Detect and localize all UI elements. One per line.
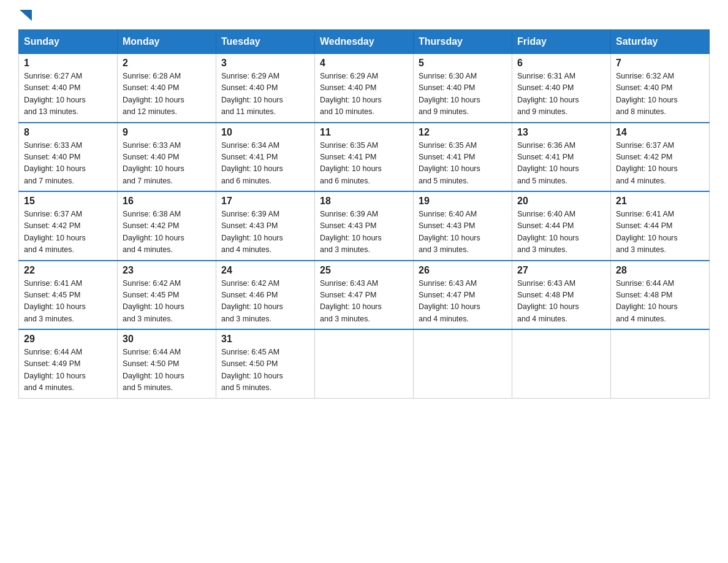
calendar-cell: 2 Sunrise: 6:28 AMSunset: 4:40 PMDayligh…	[118, 54, 216, 123]
day-info: Sunrise: 6:45 AMSunset: 4:50 PMDaylight:…	[221, 348, 283, 392]
day-number: 1	[24, 58, 112, 69]
day-number: 17	[221, 196, 309, 207]
header-tuesday: Tuesday	[216, 30, 315, 54]
day-info: Sunrise: 6:37 AMSunset: 4:42 PMDaylight:…	[616, 141, 678, 185]
calendar-cell: 24 Sunrise: 6:42 AMSunset: 4:46 PMDaylig…	[216, 261, 315, 330]
calendar-cell: 1 Sunrise: 6:27 AMSunset: 4:40 PMDayligh…	[19, 54, 118, 123]
day-number: 26	[419, 265, 507, 276]
calendar-cell	[512, 329, 611, 398]
day-info: Sunrise: 6:44 AMSunset: 4:48 PMDaylight:…	[616, 279, 678, 323]
header-thursday: Thursday	[414, 30, 512, 54]
calendar-cell: 21 Sunrise: 6:41 AMSunset: 4:44 PMDaylig…	[611, 191, 710, 261]
calendar-cell: 6 Sunrise: 6:31 AMSunset: 4:40 PMDayligh…	[512, 54, 611, 123]
day-number: 11	[320, 127, 408, 138]
calendar-cell: 13 Sunrise: 6:36 AMSunset: 4:41 PMDaylig…	[512, 123, 611, 192]
day-number: 4	[320, 58, 408, 69]
day-number: 27	[517, 265, 605, 276]
day-info: Sunrise: 6:41 AMSunset: 4:44 PMDaylight:…	[616, 210, 678, 254]
calendar-cell	[414, 329, 512, 398]
day-info: Sunrise: 6:29 AMSunset: 4:40 PMDaylight:…	[221, 72, 283, 116]
day-info: Sunrise: 6:42 AMSunset: 4:45 PMDaylight:…	[123, 279, 184, 323]
calendar-cell: 8 Sunrise: 6:33 AMSunset: 4:40 PMDayligh…	[19, 123, 118, 192]
day-number: 12	[419, 127, 507, 138]
day-number: 3	[221, 58, 309, 69]
calendar-cell: 10 Sunrise: 6:34 AMSunset: 4:41 PMDaylig…	[216, 123, 315, 192]
day-info: Sunrise: 6:44 AMSunset: 4:50 PMDaylight:…	[123, 348, 184, 392]
day-number: 18	[320, 196, 408, 207]
calendar-cell: 23 Sunrise: 6:42 AMSunset: 4:45 PMDaylig…	[118, 261, 216, 330]
logo	[18, 12, 32, 18]
day-info: Sunrise: 6:43 AMSunset: 4:48 PMDaylight:…	[517, 279, 579, 323]
calendar-cell: 16 Sunrise: 6:38 AMSunset: 4:42 PMDaylig…	[118, 191, 216, 261]
day-number: 28	[616, 265, 704, 276]
day-number: 15	[24, 196, 112, 207]
day-info: Sunrise: 6:33 AMSunset: 4:40 PMDaylight:…	[24, 141, 86, 185]
calendar-cell: 5 Sunrise: 6:30 AMSunset: 4:40 PMDayligh…	[414, 54, 512, 123]
calendar-cell: 14 Sunrise: 6:37 AMSunset: 4:42 PMDaylig…	[611, 123, 710, 192]
page-header	[18, 12, 710, 18]
calendar-week-4: 22 Sunrise: 6:41 AMSunset: 4:45 PMDaylig…	[19, 261, 710, 330]
day-info: Sunrise: 6:39 AMSunset: 4:43 PMDaylight:…	[221, 210, 283, 254]
day-info: Sunrise: 6:27 AMSunset: 4:40 PMDaylight:…	[24, 72, 86, 116]
logo-arrow-icon	[20, 10, 32, 21]
day-number: 24	[221, 265, 309, 276]
header-saturday: Saturday	[611, 30, 710, 54]
calendar-cell: 12 Sunrise: 6:35 AMSunset: 4:41 PMDaylig…	[414, 123, 512, 192]
day-info: Sunrise: 6:36 AMSunset: 4:41 PMDaylight:…	[517, 141, 579, 185]
day-info: Sunrise: 6:29 AMSunset: 4:40 PMDaylight:…	[320, 72, 382, 116]
calendar-cell: 4 Sunrise: 6:29 AMSunset: 4:40 PMDayligh…	[315, 54, 414, 123]
day-number: 5	[419, 58, 507, 69]
day-number: 6	[517, 58, 605, 69]
calendar-cell: 22 Sunrise: 6:41 AMSunset: 4:45 PMDaylig…	[19, 261, 118, 330]
day-info: Sunrise: 6:44 AMSunset: 4:49 PMDaylight:…	[24, 348, 86, 392]
day-number: 8	[24, 127, 112, 138]
day-number: 21	[616, 196, 704, 207]
day-number: 29	[24, 334, 112, 345]
day-number: 19	[419, 196, 507, 207]
header-monday: Monday	[118, 30, 216, 54]
day-number: 2	[123, 58, 211, 69]
day-info: Sunrise: 6:31 AMSunset: 4:40 PMDaylight:…	[517, 72, 579, 116]
day-info: Sunrise: 6:30 AMSunset: 4:40 PMDaylight:…	[419, 72, 480, 116]
day-info: Sunrise: 6:43 AMSunset: 4:47 PMDaylight:…	[320, 279, 382, 323]
day-info: Sunrise: 6:35 AMSunset: 4:41 PMDaylight:…	[419, 141, 480, 185]
calendar-cell: 31 Sunrise: 6:45 AMSunset: 4:50 PMDaylig…	[216, 329, 315, 398]
header-friday: Friday	[512, 30, 611, 54]
day-number: 20	[517, 196, 605, 207]
day-number: 25	[320, 265, 408, 276]
calendar-cell	[611, 329, 710, 398]
header-sunday: Sunday	[19, 30, 118, 54]
day-info: Sunrise: 6:41 AMSunset: 4:45 PMDaylight:…	[24, 279, 86, 323]
day-number: 10	[221, 127, 309, 138]
day-number: 13	[517, 127, 605, 138]
calendar-cell: 11 Sunrise: 6:35 AMSunset: 4:41 PMDaylig…	[315, 123, 414, 192]
calendar-cell: 15 Sunrise: 6:37 AMSunset: 4:42 PMDaylig…	[19, 191, 118, 261]
calendar-cell: 7 Sunrise: 6:32 AMSunset: 4:40 PMDayligh…	[611, 54, 710, 123]
calendar-cell: 19 Sunrise: 6:40 AMSunset: 4:43 PMDaylig…	[414, 191, 512, 261]
calendar-week-2: 8 Sunrise: 6:33 AMSunset: 4:40 PMDayligh…	[19, 123, 710, 192]
day-info: Sunrise: 6:39 AMSunset: 4:43 PMDaylight:…	[320, 210, 382, 254]
day-number: 7	[616, 58, 704, 69]
day-info: Sunrise: 6:37 AMSunset: 4:42 PMDaylight:…	[24, 210, 86, 254]
day-number: 22	[24, 265, 112, 276]
calendar-week-5: 29 Sunrise: 6:44 AMSunset: 4:49 PMDaylig…	[19, 329, 710, 398]
header-wednesday: Wednesday	[315, 30, 414, 54]
calendar-cell: 26 Sunrise: 6:43 AMSunset: 4:47 PMDaylig…	[414, 261, 512, 330]
calendar-cell: 20 Sunrise: 6:40 AMSunset: 4:44 PMDaylig…	[512, 191, 611, 261]
calendar-cell: 27 Sunrise: 6:43 AMSunset: 4:48 PMDaylig…	[512, 261, 611, 330]
calendar-week-3: 15 Sunrise: 6:37 AMSunset: 4:42 PMDaylig…	[19, 191, 710, 261]
day-number: 30	[123, 334, 211, 345]
calendar-table: SundayMondayTuesdayWednesdayThursdayFrid…	[18, 29, 710, 399]
calendar-cell: 3 Sunrise: 6:29 AMSunset: 4:40 PMDayligh…	[216, 54, 315, 123]
day-number: 16	[123, 196, 211, 207]
day-info: Sunrise: 6:40 AMSunset: 4:44 PMDaylight:…	[517, 210, 579, 254]
day-number: 31	[221, 334, 309, 345]
day-number: 14	[616, 127, 704, 138]
calendar-week-1: 1 Sunrise: 6:27 AMSunset: 4:40 PMDayligh…	[19, 54, 710, 123]
calendar-cell: 28 Sunrise: 6:44 AMSunset: 4:48 PMDaylig…	[611, 261, 710, 330]
day-info: Sunrise: 6:38 AMSunset: 4:42 PMDaylight:…	[123, 210, 184, 254]
day-info: Sunrise: 6:32 AMSunset: 4:40 PMDaylight:…	[616, 72, 678, 116]
calendar-cell: 18 Sunrise: 6:39 AMSunset: 4:43 PMDaylig…	[315, 191, 414, 261]
day-info: Sunrise: 6:35 AMSunset: 4:41 PMDaylight:…	[320, 141, 382, 185]
calendar-cell	[315, 329, 414, 398]
